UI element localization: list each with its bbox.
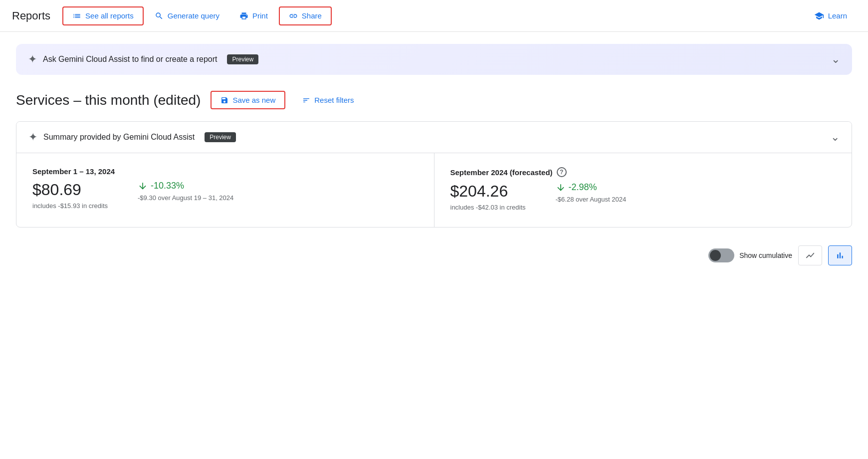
save-as-new-button[interactable]: Save as new bbox=[211, 91, 285, 109]
bar-chart-button[interactable] bbox=[828, 245, 852, 265]
period-2-comparison: -$6.28 over August 2024 bbox=[556, 196, 627, 203]
generate-query-button[interactable]: Generate query bbox=[146, 7, 228, 24]
reset-filters-button[interactable]: Reset filters bbox=[295, 92, 361, 108]
bottom-toolbar: Show cumulative bbox=[16, 239, 852, 271]
show-cumulative-label: Show cumulative bbox=[739, 251, 792, 259]
list-icon bbox=[72, 11, 81, 20]
period-1-amount: $80.69 bbox=[32, 181, 108, 199]
info-icon[interactable]: ? bbox=[557, 167, 567, 177]
gemini-banner-left: ✦ Ask Gemini Cloud Assist to find or cre… bbox=[28, 53, 258, 66]
period-1-change: -10.33% bbox=[138, 181, 233, 191]
summary-card-header-left: ✦ Summary provided by Gemini Cloud Assis… bbox=[28, 131, 236, 144]
bar-chart-icon bbox=[835, 250, 845, 260]
period-2-credits: includes -$42.03 in credits bbox=[450, 204, 526, 211]
query-icon bbox=[155, 11, 164, 20]
period-1-comparison: -$9.30 over August 19 – 31, 2024 bbox=[138, 194, 233, 202]
period-1-credits: includes -$15.93 in credits bbox=[32, 202, 108, 210]
learn-icon bbox=[814, 11, 824, 21]
preview-badge: Preview bbox=[227, 54, 258, 64]
period-2-label: September 2024 (forecasted) ? bbox=[450, 167, 836, 177]
sparkle-icon: ✦ bbox=[28, 53, 37, 66]
summary-period-2: September 2024 (forecasted) ? $204.26 in… bbox=[434, 153, 852, 227]
filter-icon bbox=[302, 96, 310, 104]
top-nav: Reports See all reports Generate query P… bbox=[0, 0, 868, 32]
print-button[interactable]: Print bbox=[230, 7, 277, 24]
summary-card-title: Summary provided by Gemini Cloud Assist bbox=[43, 133, 195, 142]
arrow-down-icon-1 bbox=[138, 181, 148, 191]
cumulative-toggle: Show cumulative bbox=[708, 248, 792, 262]
cumulative-switch[interactable] bbox=[708, 248, 734, 262]
summary-card-header[interactable]: ✦ Summary provided by Gemini Cloud Assis… bbox=[16, 122, 852, 153]
chevron-down-icon: ⌄ bbox=[831, 53, 840, 66]
line-chart-button[interactable] bbox=[798, 245, 822, 265]
toggle-knob bbox=[710, 250, 721, 261]
print-icon bbox=[239, 11, 248, 20]
period-1-label: September 1 – 13, 2024 bbox=[32, 167, 418, 176]
summary-card: ✦ Summary provided by Gemini Cloud Assis… bbox=[16, 121, 852, 228]
period-2-change: -2.98% bbox=[556, 182, 627, 193]
gemini-banner[interactable]: ✦ Ask Gemini Cloud Assist to find or cre… bbox=[16, 44, 852, 75]
save-as-new-label: Save as new bbox=[232, 96, 275, 104]
save-icon bbox=[220, 96, 228, 104]
line-chart-icon bbox=[805, 250, 815, 260]
summary-period-1: September 1 – 13, 2024 $80.69 includes -… bbox=[16, 153, 434, 227]
share-icon bbox=[289, 11, 298, 20]
see-all-reports-button[interactable]: See all reports bbox=[62, 6, 144, 25]
learn-button[interactable]: Learn bbox=[805, 7, 856, 25]
summary-preview-badge: Preview bbox=[205, 132, 236, 142]
sparkle-icon-2: ✦ bbox=[28, 131, 37, 144]
summary-chevron-icon: ⌄ bbox=[831, 131, 840, 144]
report-title: Services – this month (edited) bbox=[16, 92, 201, 108]
main-content: ✦ Ask Gemini Cloud Assist to find or cre… bbox=[0, 32, 868, 283]
report-header: Services – this month (edited) Save as n… bbox=[16, 91, 852, 109]
gemini-banner-text: Ask Gemini Cloud Assist to find or creat… bbox=[43, 55, 217, 64]
share-button[interactable]: Share bbox=[279, 6, 332, 25]
summary-card-body: September 1 – 13, 2024 $80.69 includes -… bbox=[16, 153, 852, 227]
period-2-amount: $204.26 bbox=[450, 182, 526, 201]
reset-filters-label: Reset filters bbox=[314, 96, 354, 104]
app-title: Reports bbox=[12, 9, 50, 22]
arrow-down-icon-2 bbox=[556, 183, 566, 193]
